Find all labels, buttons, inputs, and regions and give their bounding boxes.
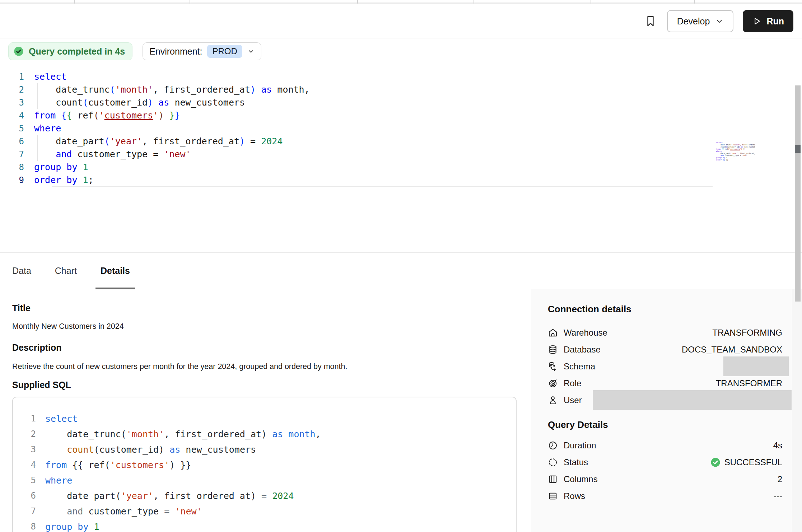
line-number: 1 [0,70,34,83]
line-number: 8 [13,519,45,532]
editor-line: 2 date_trunc('month', first_ordered_at) … [0,83,802,96]
columns-icon [548,474,559,485]
line-number: 6 [0,135,34,148]
editor-line: 5where [0,122,802,135]
line-number: 8 [0,161,34,174]
tab-data[interactable]: Data [12,252,31,289]
editor-line: 3 count(customer_id) as new_customers [0,96,802,109]
editor-minimap[interactable]: select date_trunc('month', first_ordered… [716,141,755,161]
code-text: date_trunc('month', first_ordered_at) as… [34,83,310,96]
code-text: count(customer_id) as new_customers [45,442,256,457]
query-status-text: Query completed in 4s [29,46,125,57]
connection-panel: Connection details WarehouseTRANSFORMING… [531,289,802,532]
code-text: date_part('year', first_ordered_at) = 20… [34,135,283,148]
code-text: from {{ ref('customers') }} [34,109,180,122]
row-label: Rows [564,491,585,501]
row-label: Schema [564,361,595,372]
scrollbar-thumb[interactable] [795,145,801,153]
line-number: 1 [13,411,45,426]
environment-selector[interactable]: Environment: PROD [143,42,261,60]
tab-details[interactable]: Details [101,252,130,289]
bookmark-icon[interactable] [643,14,658,28]
line-number: 2 [13,426,45,442]
supplied-sql-code-block: 1select2 date_trunc('month', first_order… [12,397,517,532]
supplied-sql-line: 3 count(customer_id) as new_customers [13,442,516,457]
supplied-sql-line: 5where [13,473,516,488]
editor-line: 6 date_part('year', first_ordered_at) = … [0,135,802,148]
supplied-sql-line: 1select [13,411,516,426]
row-label: Warehouse [564,328,607,338]
warehouse-icon [548,327,559,338]
run-button[interactable]: Run [743,10,793,32]
line-number: 3 [0,96,34,109]
line-number: 3 [13,442,45,457]
vertical-scrollbar[interactable] [795,85,801,302]
title-label: Title [12,303,517,313]
line-number: 5 [0,122,34,135]
toolbar: Develop Run [0,5,802,38]
role-icon [548,378,559,389]
panel-scroll-gutter[interactable] [792,289,802,532]
check-circle-icon [13,46,24,57]
code-text: where [45,473,72,488]
row-label: Status [564,457,588,467]
columns-row: Columns2 [548,471,782,487]
description-value: Retrieve the count of new customers per … [12,362,517,371]
supplied-sql-line: 2 date_trunc('month', first_ordered_at) … [13,426,516,442]
window-tab-strip [0,0,802,4]
code-text: and customer_type = 'new' [34,148,191,161]
editor-line: 1select [0,70,802,83]
play-icon [752,17,761,26]
user-row: User [548,392,782,409]
editor-line: 4from {{ ref('customers') }} [0,109,802,122]
row-value: TRANSFORMING [712,328,782,338]
query-status-badge: Query completed in 4s [8,42,132,60]
database-row: DatabaseDOCS_TEAM_SANDBOX [548,341,782,358]
status-row: Query completed in 4s Environment: PROD [8,42,261,60]
code-text: from {{ ref('customers') }} [45,457,191,473]
code-text: date_part('year', first_ordered_at) = 20… [45,488,294,504]
title-value: Monthly New Customers in 2024 [12,322,517,331]
tab-chart[interactable]: Chart [55,252,77,289]
run-label: Run [766,16,784,27]
status-value: SUCCESSFUL [710,457,782,468]
line-number: 4 [13,457,45,473]
line-number: 2 [0,83,34,96]
connection-details-heading: Connection details [548,304,782,315]
supplied-sql-label: Supplied SQL [12,380,517,390]
line-number: 4 [0,109,34,122]
schema-row: Schema [548,358,782,375]
tab-divider [357,0,358,4]
role-row: RoleTRANSFORMER [548,375,782,392]
supplied-sql-line: 7 and customer_type = 'new' [13,504,516,519]
user-icon [548,395,559,406]
clock-icon [548,440,559,451]
redacted-value [723,356,789,376]
supplied-sql-line: 4from {{ ref('customers') }} [13,457,516,473]
develop-label: Develop [677,16,710,27]
supplied-sql-line: 6 date_part('year', first_ordered_at) = … [13,488,516,504]
develop-dropdown-button[interactable]: Develop [667,10,734,32]
row-value: 2 [778,474,782,484]
code-text: select [45,411,78,426]
chevron-down-icon [247,48,255,55]
code-text: and customer_type = 'new' [45,504,202,519]
details-panel: Title Monthly New Customers in 2024 Desc… [0,289,531,532]
editor-line: 8group by 1 [0,161,802,174]
row-value: --- [774,491,782,501]
environment-label: Environment: [149,46,202,57]
row-label: Database [564,345,601,355]
row-label: User [564,395,582,405]
sql-editor[interactable]: 1select2 date_trunc('month', first_order… [0,70,802,252]
tab-divider [190,0,190,4]
line-number: 5 [13,473,45,488]
schema-icon [548,361,559,372]
code-text: group by 1 [34,161,88,174]
code-text: order by 1; [34,174,94,187]
description-label: Description [12,342,517,353]
chevron-down-icon [715,17,723,25]
status-icon [548,457,559,468]
query-details-heading: Query Details [548,419,782,430]
row-value: DOCS_TEAM_SANDBOX [682,345,782,355]
editor-line: 7 and customer_type = 'new' [0,148,802,161]
